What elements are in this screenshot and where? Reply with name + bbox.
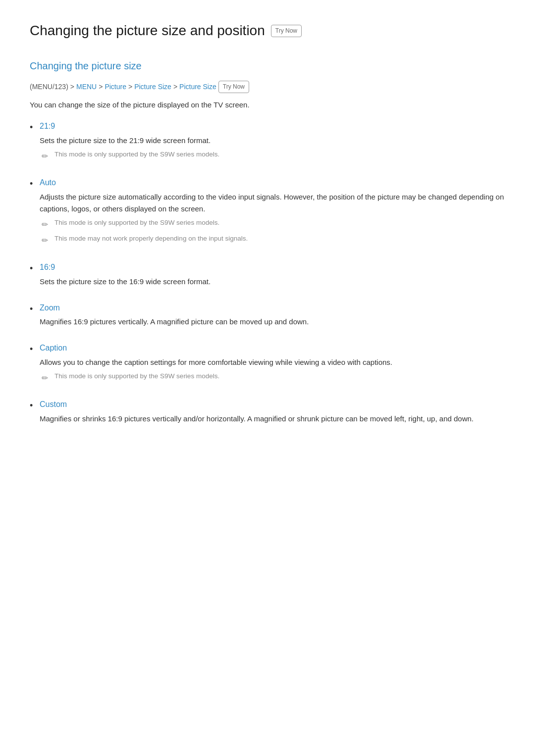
section-title: Changing the picture size [30, 58, 505, 74]
bullet-desc: Sets the picture size to the 21:9 wide s… [40, 135, 505, 147]
breadcrumb-item[interactable]: MENU [76, 81, 97, 92]
note-text: This mode is only supported by the S9W s… [54, 150, 219, 159]
intro-text: You can change the size of the picture d… [30, 99, 505, 111]
breadcrumb-separator: > [99, 81, 103, 92]
page-title: Changing the picture size and position T… [30, 20, 505, 42]
list-item: •ZoomMagnifies 16:9 pictures vertically.… [30, 302, 505, 339]
breadcrumb-separator: > [128, 81, 132, 92]
list-item: •16:9Sets the picture size to the 16:9 w… [30, 261, 505, 299]
breadcrumb-plain: (MENU/123) [30, 81, 68, 92]
list-item: •AutoAdjusts the picture size automatica… [30, 176, 505, 258]
bullet-dot: • [30, 343, 40, 355]
bullet-dot: • [30, 262, 40, 275]
bullet-term: 16:9 [40, 261, 505, 274]
breadcrumb-item[interactable]: Picture [105, 81, 126, 92]
try-now-badge-breadcrumb[interactable]: Try Now [218, 81, 249, 93]
breadcrumb-separator: > [173, 81, 177, 92]
list-item: •CustomMagnifies or shrinks 16:9 picture… [30, 398, 505, 436]
note-block: ✏This mode may not work properly dependi… [40, 234, 505, 247]
bullet-desc: Allows you to change the caption setting… [40, 356, 505, 368]
bullet-term: Custom [40, 398, 505, 411]
note-block: ✏This mode is only supported by the S9W … [40, 150, 505, 163]
note-icon: ✏ [42, 372, 51, 385]
breadcrumb-item[interactable]: Picture Size [134, 81, 171, 92]
bullet-dot: • [30, 303, 40, 315]
bullet-desc: Adjusts the picture size automatically a… [40, 191, 505, 215]
list-item: •CaptionAllows you to change the caption… [30, 342, 505, 395]
note-text: This mode is only supported by the S9W s… [54, 218, 219, 228]
note-icon: ✏ [42, 218, 51, 231]
bullet-list: •21:9Sets the picture size to the 21:9 w… [30, 120, 505, 436]
note-text: This mode may not work properly dependin… [54, 234, 248, 244]
breadcrumb-separator: > [70, 81, 74, 92]
bullet-desc: Magnifies 16:9 pictures vertically. A ma… [40, 316, 505, 328]
bullet-dot: • [30, 121, 40, 134]
bullet-term: Caption [40, 342, 505, 354]
bullet-desc: Magnifies or shrinks 16:9 pictures verti… [40, 413, 505, 425]
bullet-term: Zoom [40, 302, 505, 314]
bullet-term: Auto [40, 176, 505, 189]
note-text: This mode is only supported by the S9W s… [54, 371, 219, 381]
page-title-text: Changing the picture size and position [30, 20, 265, 42]
bullet-dot: • [30, 178, 40, 190]
note-icon: ✏ [42, 150, 51, 163]
list-item: •21:9Sets the picture size to the 21:9 w… [30, 120, 505, 173]
breadcrumb: (MENU/123)>MENU>Picture>Picture Size>Pic… [30, 81, 505, 93]
bullet-term: 21:9 [40, 120, 505, 133]
note-block: ✏This mode is only supported by the S9W … [40, 371, 505, 385]
breadcrumb-item[interactable]: Picture Size [179, 81, 216, 92]
note-icon: ✏ [42, 234, 51, 247]
try-now-badge-title[interactable]: Try Now [271, 25, 302, 37]
bullet-desc: Sets the picture size to the 16:9 wide s… [40, 276, 505, 288]
bullet-dot: • [30, 400, 40, 412]
note-block: ✏This mode is only supported by the S9W … [40, 218, 505, 231]
